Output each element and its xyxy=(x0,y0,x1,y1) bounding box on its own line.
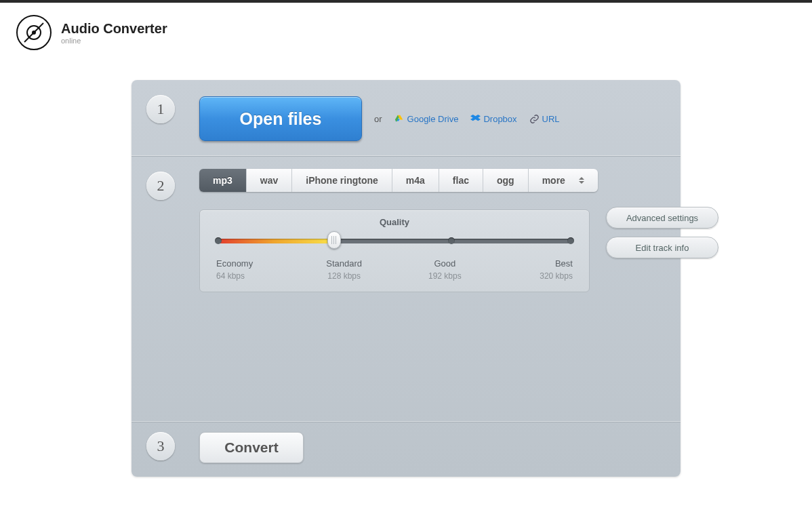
tab-mp3[interactable]: mp3 xyxy=(199,169,247,192)
tab-wav[interactable]: wav xyxy=(247,169,292,192)
main-panel: 1 Open files or Google Drive Dropbox xyxy=(131,80,681,477)
google-drive-icon xyxy=(394,114,405,124)
dropbox-icon xyxy=(470,114,481,124)
source-url[interactable]: URL xyxy=(529,114,560,124)
quality-name: Good xyxy=(418,258,472,269)
advanced-settings-button[interactable]: Advanced settings xyxy=(606,207,718,229)
tab-iphone-ringtone[interactable]: iPhone ringtone xyxy=(292,169,392,192)
open-files-button[interactable]: Open files xyxy=(199,96,362,141)
slider-fill xyxy=(216,239,334,243)
slider-handle[interactable] xyxy=(327,231,341,249)
side-buttons: Advanced settings Edit track info xyxy=(606,207,718,258)
quality-bitrate: 64 kbps xyxy=(216,271,270,281)
quality-name: Standard xyxy=(317,258,371,269)
app-logo-icon xyxy=(16,15,52,50)
source-label: URL xyxy=(542,114,560,124)
slider-tick-economy xyxy=(215,237,222,244)
step-3: 3 Convert xyxy=(131,422,681,477)
step-badge-3: 3 xyxy=(146,432,175,460)
quality-name: Best xyxy=(519,258,573,269)
source-label: Dropbox xyxy=(483,114,516,124)
sort-icon xyxy=(579,177,584,184)
quality-level-good: Good 192 kbps xyxy=(418,258,472,281)
step-badge-1: 1 xyxy=(146,95,175,123)
quality-panel: Quality Economy 64 kbps Standard xyxy=(199,210,590,292)
step-badge-2: 2 xyxy=(146,172,175,200)
header: Audio Converter online xyxy=(0,3,812,56)
quality-level-economy: Economy 64 kbps xyxy=(216,258,270,281)
tab-more-label: more xyxy=(542,175,565,186)
or-label: or xyxy=(374,114,382,124)
tab-ogg[interactable]: ogg xyxy=(483,169,529,192)
step-1: 1 Open files or Google Drive Dropbox xyxy=(131,80,681,157)
quality-bitrate: 128 kbps xyxy=(317,271,371,281)
link-icon xyxy=(529,114,540,124)
app-title: Audio Converter xyxy=(61,21,167,37)
source-dropbox[interactable]: Dropbox xyxy=(470,114,516,124)
quality-level-best: Best 320 kbps xyxy=(519,258,573,281)
source-label: Google Drive xyxy=(407,114,459,124)
quality-level-standard: Standard 128 kbps xyxy=(317,258,371,281)
tab-m4a[interactable]: m4a xyxy=(392,169,439,192)
quality-bitrate: 320 kbps xyxy=(519,271,573,281)
tab-more[interactable]: more xyxy=(529,169,598,192)
step-2: 2 mp3 wav iPhone ringtone m4a flac ogg m… xyxy=(131,157,681,422)
convert-button[interactable]: Convert xyxy=(199,432,304,463)
quality-labels: Economy 64 kbps Standard 128 kbps Good 1… xyxy=(216,258,573,281)
quality-bitrate: 192 kbps xyxy=(418,271,472,281)
tab-flac[interactable]: flac xyxy=(439,169,483,192)
slider-tick-best xyxy=(567,237,574,244)
edit-track-info-button[interactable]: Edit track info xyxy=(606,237,718,258)
quality-slider[interactable] xyxy=(216,234,573,248)
app-subtitle: online xyxy=(61,37,167,45)
quality-title: Quality xyxy=(216,217,573,227)
source-google-drive[interactable]: Google Drive xyxy=(394,114,459,124)
format-tabs: mp3 wav iPhone ringtone m4a flac ogg mor… xyxy=(199,169,598,192)
quality-name: Economy xyxy=(216,258,270,269)
